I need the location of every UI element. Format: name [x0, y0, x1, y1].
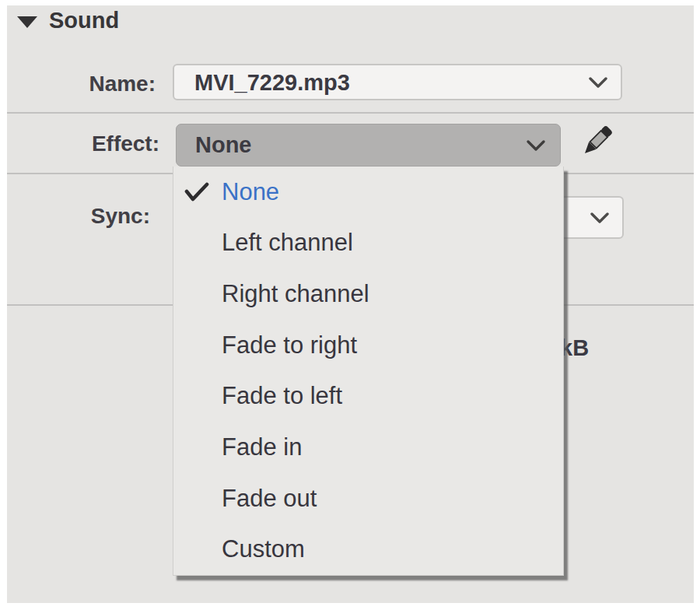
menu-item-label: Fade to left: [222, 382, 342, 410]
effect-label: Effect:: [43, 131, 159, 156]
edit-envelope-button[interactable]: [576, 119, 618, 164]
menu-item-fade-out[interactable]: Fade out: [173, 473, 563, 524]
divider: [7, 112, 694, 114]
menu-item-label: Right channel: [222, 280, 369, 308]
menu-item-fade-in[interactable]: Fade in: [173, 422, 563, 473]
checkmark-icon: [184, 182, 209, 202]
menu-item-left-channel[interactable]: Left channel: [173, 218, 563, 269]
pencil-icon: [576, 119, 618, 164]
sound-name-value: MVI_7229.mp3: [194, 65, 350, 100]
menu-item-fade-to-left[interactable]: Fade to left: [173, 371, 563, 422]
effect-dropdown-menu: None Left channel Right channel Fade to …: [173, 167, 564, 576]
menu-item-label: Fade in: [222, 433, 302, 461]
menu-item-label: Custom: [222, 535, 305, 563]
sound-name-select[interactable]: MVI_7229.mp3: [173, 64, 622, 100]
effect-value: None: [195, 124, 252, 166]
section-title: Sound: [49, 8, 119, 33]
menu-item-custom[interactable]: Custom: [173, 524, 563, 575]
chevron-down-icon: [590, 212, 610, 225]
name-label: Name:: [39, 72, 156, 96]
menu-item-label: None: [222, 178, 279, 206]
sync-label: Sync:: [33, 204, 150, 229]
menu-item-right-channel[interactable]: Right channel: [173, 268, 563, 320]
menu-item-none[interactable]: None: [173, 167, 563, 218]
collapse-triangle-icon[interactable]: [17, 16, 37, 28]
chevron-down-icon: [526, 139, 546, 152]
effect-select[interactable]: None: [176, 124, 561, 167]
chevron-down-icon: [588, 76, 608, 89]
menu-item-label: Left channel: [222, 229, 353, 257]
menu-item-label: Fade to right: [222, 331, 357, 359]
sound-file-size: kB: [560, 335, 589, 361]
menu-item-fade-to-right[interactable]: Fade to right: [173, 320, 563, 371]
menu-item-label: Fade out: [222, 485, 317, 513]
